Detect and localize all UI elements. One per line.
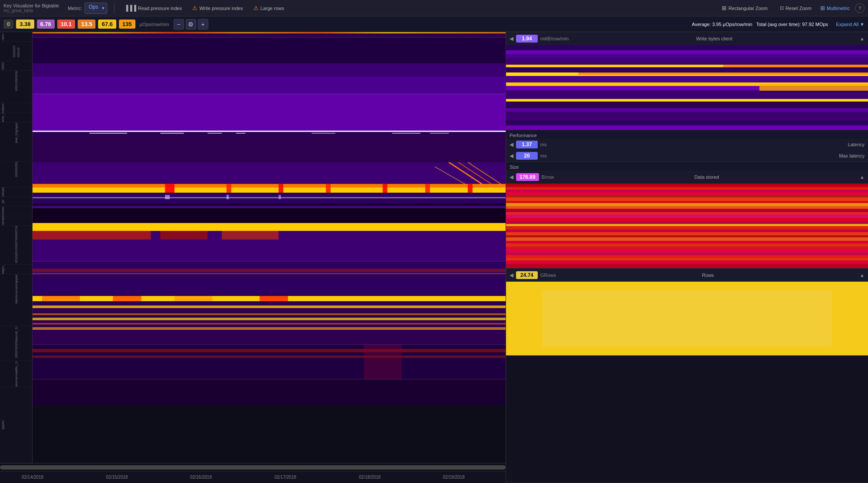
rows-value: 24.74 xyxy=(516,271,538,279)
zoom-plus-button[interactable]: + xyxy=(198,19,208,30)
svg-rect-56 xyxy=(33,327,506,330)
latency-unit: ms xyxy=(540,142,547,147)
metric-val-5: 67.6 xyxy=(98,20,116,29)
app-title-main: Key Visualizer for Bigtable xyxy=(3,3,59,8)
data-stored-value: 176.89 xyxy=(516,173,539,181)
performance-section: Performance ◀ 1.37 ms Latency ◀ 20 ms Ma… xyxy=(506,130,868,162)
svg-rect-36 xyxy=(33,206,506,208)
row-label-item: 000091 00 xyxy=(0,161,32,187)
metric-val-6: 135 xyxy=(119,20,135,29)
svg-rect-54 xyxy=(33,318,506,320)
row-label-item: ja/ xyxy=(0,197,32,207)
rows-collapse-button[interactable]: ◀ xyxy=(510,272,513,278)
svg-rect-53 xyxy=(33,313,506,315)
large-rows-label: Large rows xyxy=(260,6,284,11)
reset-zoom-button[interactable]: ⊡ Reset Zoom xyxy=(776,4,815,12)
write-bytes-header: ◀ 1.94 miliB/row/min Write bytes client … xyxy=(506,32,868,45)
max-latency-label[interactable]: Max latency xyxy=(839,153,865,158)
data-stored-header-left: ◀ 176.89 B/row xyxy=(510,173,554,181)
write-pressure-label: Write pressure index xyxy=(199,6,243,11)
multimetric-button[interactable]: ⊞ Multimetric xyxy=(820,5,850,11)
svg-rect-50 xyxy=(260,296,288,301)
svg-rect-42 xyxy=(222,231,279,240)
write-bytes-title[interactable]: Write bytes client xyxy=(696,36,733,41)
svg-rect-81 xyxy=(579,72,868,75)
zoom-icon: ⊞ xyxy=(722,5,727,11)
svg-rect-37 xyxy=(33,208,506,223)
row-label-item: 0002 xyxy=(0,61,32,71)
heatmap-panel: ram/ 000220 00019 0002 000164/ 0001 mulb… xyxy=(0,32,506,483)
time-label-5: 02/19/2018 xyxy=(443,475,464,480)
svg-rect-12 xyxy=(236,133,246,134)
metric-val-2: 6.76 xyxy=(37,20,55,29)
metric-bar: 0 3.38 6.76 10.1 13.5 67.6 135 μOps/row/… xyxy=(0,16,868,32)
write-bytes-expand-button[interactable]: ▲ xyxy=(860,36,865,41)
rectangular-zoom-label: Rectangular Zoom xyxy=(728,6,768,11)
read-pressure-label: Read pressure index xyxy=(138,6,182,11)
metric-dropdown[interactable]: Ops ▼ xyxy=(85,3,107,14)
main-content: ram/ 000220 00019 0002 000164/ 0001 mulb… xyxy=(0,32,868,483)
heatmap-svg xyxy=(33,32,506,463)
max-latency-unit: ms xyxy=(540,153,547,158)
row-label-item: apple/ blackcurrant/ xyxy=(0,274,32,326)
reset-zoom-label: Reset Zoom xyxy=(786,6,812,11)
write-bytes-header-left: ◀ 1.94 miliB/row/min xyxy=(510,35,569,43)
data-stored-chart xyxy=(506,184,868,268)
read-pressure-button[interactable]: ▐▐▐ Read pressure index xyxy=(122,3,184,13)
expand-all-button[interactable]: Expand All ▼ xyxy=(836,22,865,27)
zoom-settings-button[interactable]: ⚙ xyxy=(186,19,196,30)
rectangular-zoom-button[interactable]: ⊞ Rectangular Zoom xyxy=(718,3,771,13)
svg-rect-86 xyxy=(760,84,868,91)
rows-expand-button[interactable]: ▲ xyxy=(860,273,865,278)
scrollbar-thumb[interactable] xyxy=(0,465,506,470)
write-bytes-value: 1.94 xyxy=(516,35,538,43)
svg-rect-89 xyxy=(506,108,868,112)
metric-unit: μOps/row/min xyxy=(140,22,169,27)
data-stored-collapse-button[interactable]: ◀ xyxy=(510,174,513,180)
rows-svg xyxy=(506,282,868,355)
row-label-item: grape/ kiwi_0/ xyxy=(0,122,32,161)
heatmap-scroll[interactable]: ram/ 000220 00019 0002 000164/ 0001 mulb… xyxy=(0,32,506,463)
performance-title: Performance xyxy=(506,130,868,139)
average-value: 3.95 μOps/row/min xyxy=(712,22,753,27)
right-panel: ◀ 1.94 miliB/row/min Write bytes client … xyxy=(506,32,868,483)
zoom-minus-button[interactable]: − xyxy=(174,19,184,30)
svg-rect-47 xyxy=(42,296,80,301)
write-bytes-unit: miliB/row/min xyxy=(540,36,569,41)
help-button[interactable]: ? xyxy=(855,3,865,13)
svg-rect-52 xyxy=(33,306,506,308)
svg-rect-3 xyxy=(33,63,506,76)
svg-rect-79 xyxy=(506,67,868,72)
metric-val-1: 3.38 xyxy=(16,20,34,29)
rows-label[interactable]: Rows xyxy=(702,273,714,278)
svg-rect-32 xyxy=(165,195,170,199)
svg-rect-88 xyxy=(506,102,868,108)
latency-label[interactable]: Latency xyxy=(848,142,865,147)
time-label-0: 02/14/2018 xyxy=(22,475,43,480)
svg-rect-58 xyxy=(33,349,506,352)
scroll-bar-area[interactable] xyxy=(0,463,506,471)
write-bytes-collapse-button[interactable]: ◀ xyxy=(510,36,513,42)
max-latency-header: ◀ 20 ms Max latency xyxy=(506,150,868,161)
heatmap-canvas[interactable] xyxy=(33,32,506,463)
svg-rect-9 xyxy=(89,133,127,134)
data-stored-expand-button[interactable]: ▲ xyxy=(860,174,865,180)
reset-zoom-icon: ⊡ xyxy=(780,5,784,11)
latency-value: 1.37 xyxy=(516,141,538,148)
svg-rect-23 xyxy=(165,184,174,193)
data-stored-label[interactable]: Data stored xyxy=(694,174,719,180)
latency-collapse-button[interactable]: ◀ xyxy=(510,141,513,148)
svg-rect-4 xyxy=(33,76,506,94)
average-label: Average: xyxy=(692,22,712,27)
max-latency-collapse-button[interactable]: ◀ xyxy=(510,153,513,159)
large-rows-button[interactable]: ⚠ Large rows xyxy=(251,3,286,13)
expand-all-label: Expand All xyxy=(836,22,858,27)
write-pressure-button[interactable]: ⚠ Write pressure index xyxy=(190,3,246,13)
rows-unit: GRows xyxy=(540,273,556,278)
top-toolbar: Key Visualizer for Bigtable my_great_tab… xyxy=(0,0,868,16)
data-stored-unit: B/row xyxy=(542,174,554,180)
svg-rect-38 xyxy=(33,223,506,231)
svg-rect-55 xyxy=(33,323,506,325)
toolbar-separator-1 xyxy=(114,3,115,13)
svg-rect-49 xyxy=(174,296,212,301)
